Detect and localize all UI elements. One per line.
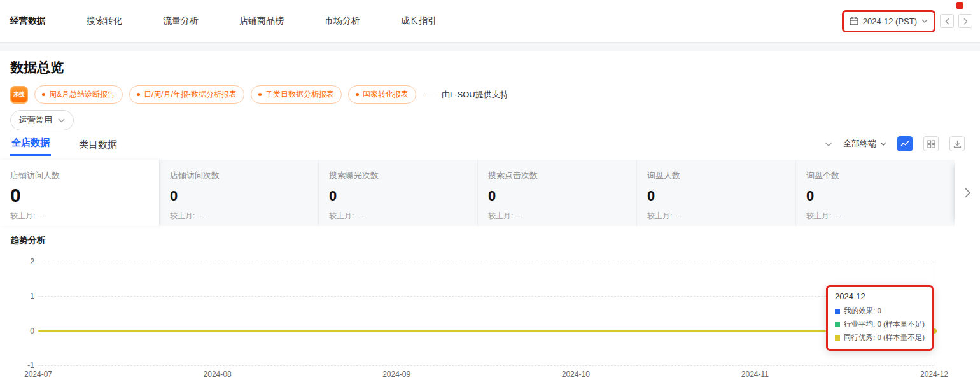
tooltip-item-text: 同行优秀: 0 (样本量不足) xyxy=(844,331,925,344)
metric-value: 0 xyxy=(10,185,149,206)
x-tick-label: 2024-11 xyxy=(741,370,769,379)
data-tabs-row: 全店数据 类目数据 全部终端 xyxy=(0,136,980,156)
metric-value: 0 xyxy=(647,188,785,204)
chart-tooltip: 2024-12 我的效果: 0 行业平均: 0 (样本量不足) 同行优秀: 0 … xyxy=(826,285,934,351)
corner-red-marker xyxy=(956,2,963,9)
nav-right-controls: 2024-12 (PST) xyxy=(842,10,974,32)
tooltip-item: 行业平均: 0 (样本量不足) xyxy=(835,318,925,331)
view-table-button[interactable] xyxy=(923,136,939,151)
tab-all-store-data[interactable]: 全店数据 xyxy=(10,137,51,156)
tooltip-item-text: 行业平均: 0 (样本量不足) xyxy=(844,318,925,331)
metric-compare: 较上月: -- xyxy=(10,211,149,222)
metric-compare: 较上月: -- xyxy=(488,211,626,222)
badge-dot-icon xyxy=(356,93,359,96)
top-nav: 经营数据 搜索转化 流量分析 店铺商品榜 市场分析 成长指引 2024-12 (… xyxy=(0,0,980,43)
terminal-dropdown[interactable]: 全部终端 xyxy=(843,138,886,150)
badge-dot-icon xyxy=(258,93,262,96)
page-title: 数据总览 xyxy=(10,59,980,76)
chevron-down-icon xyxy=(58,118,65,123)
metric-card-inquiry-people[interactable]: 询盘人数 0 较上月: -- xyxy=(636,160,795,226)
date-picker-value: 2024-12 (PST) xyxy=(863,17,917,26)
nav-tab-shop-product-rank[interactable]: 店铺商品榜 xyxy=(239,15,284,27)
metric-label: 询盘个数 xyxy=(806,170,944,181)
trend-section-title: 趋势分析 xyxy=(10,235,980,246)
preset-dropdown-value: 运营常用 xyxy=(19,115,52,126)
report-badge-label: 子类目数据分析报表 xyxy=(265,89,334,100)
cards-scroll-next-button[interactable] xyxy=(955,160,980,226)
metric-card-visits[interactable]: 店铺访问次数 0 较上月: -- xyxy=(159,160,318,226)
chevron-left-icon xyxy=(945,18,949,25)
nav-tab-operating-data[interactable]: 经营数据 xyxy=(10,15,46,27)
date-picker[interactable]: 2024-12 (PST) xyxy=(842,10,935,32)
metric-card-visitors[interactable]: 店铺访问人数 0 较上月: -- xyxy=(0,160,159,226)
badge-dot-icon xyxy=(42,93,45,96)
metric-card-search-clicks[interactable]: 搜索点击次数 0 较上月: -- xyxy=(477,160,636,226)
report-badge-label: 日/周/月/年报-数据分析报表 xyxy=(144,89,237,100)
gridline xyxy=(38,365,934,366)
metric-compare: 较上月: -- xyxy=(170,211,308,222)
report-badge-country[interactable]: 国家转化报表 xyxy=(348,85,416,104)
metric-compare: 较上月: -- xyxy=(806,211,944,222)
y-tick-label: -1 xyxy=(5,361,34,370)
metric-value: 0 xyxy=(170,188,308,204)
nav-tab-market-analysis[interactable]: 市场分析 xyxy=(325,15,360,27)
gridline xyxy=(38,262,934,262)
line-chart-icon xyxy=(900,139,909,148)
report-badge-weekly-monthly[interactable]: 周&月总结诊断报告 xyxy=(34,85,123,104)
chevron-right-icon xyxy=(965,188,970,198)
report-badge-subcategory[interactable]: 子类目数据分析报表 xyxy=(251,85,342,104)
download-button[interactable] xyxy=(949,136,965,151)
metric-label: 询盘人数 xyxy=(647,170,785,181)
tab-category-data[interactable]: 类目数据 xyxy=(78,139,118,156)
report-badge-label: 国家转化报表 xyxy=(363,89,409,100)
y-tick-label: 2 xyxy=(5,257,34,266)
x-tick-label: 2024-08 xyxy=(204,370,232,379)
tooltip-title: 2024-12 xyxy=(835,292,925,301)
x-tick-label: 2024-07 xyxy=(24,370,52,379)
gridline xyxy=(38,296,934,297)
support-text: ——由L-SOU提供支持 xyxy=(425,89,508,101)
data-tabs-right: 全部终端 xyxy=(825,136,965,156)
metric-label: 搜索曝光次数 xyxy=(329,170,467,181)
plot-area xyxy=(38,262,934,365)
metric-value: 0 xyxy=(806,188,944,204)
tooltip-item: 我的效果: 0 xyxy=(835,304,925,318)
metric-card-search-impressions[interactable]: 搜索曝光次数 0 较上月: -- xyxy=(318,160,477,226)
collapse-chevron-icon[interactable] xyxy=(825,142,832,146)
tooltip-item: 同行优秀: 0 (样本量不足) xyxy=(835,331,925,344)
x-tick-label: 2024-12 xyxy=(920,370,948,379)
metric-value: 0 xyxy=(488,188,626,204)
view-line-chart-button[interactable] xyxy=(897,136,913,151)
right-axis-line xyxy=(934,262,934,365)
metric-label: 店铺访问人数 xyxy=(10,170,149,181)
tooltip-item-text: 我的效果: 0 xyxy=(844,304,881,318)
series-color-swatch xyxy=(835,322,840,327)
metric-label: 搜索点击次数 xyxy=(488,170,626,181)
chevron-down-icon xyxy=(921,19,928,23)
report-badge-periodic[interactable]: 日/周/月/年报-数据分析报表 xyxy=(129,85,244,104)
report-badge-label: 周&月总结诊断报告 xyxy=(49,89,115,100)
trend-chart: 2 1 0 -1 2024-07 2024-08 2024-09 2024-10… xyxy=(0,254,980,387)
series-color-swatch xyxy=(835,335,840,341)
nav-tab-growth-guide[interactable]: 成长指引 xyxy=(401,15,437,27)
metric-cards-row: 店铺访问人数 0 较上月: -- 店铺访问次数 0 较上月: -- 搜索曝光次数… xyxy=(0,160,980,226)
nav-tab-search-conversion[interactable]: 搜索转化 xyxy=(87,15,122,27)
prev-period-button[interactable] xyxy=(940,14,954,28)
divider-strip xyxy=(0,43,980,51)
chevron-down-icon xyxy=(880,142,886,146)
series-color-swatch xyxy=(835,309,840,314)
preset-dropdown[interactable]: 运营常用 xyxy=(10,110,74,130)
next-period-button[interactable] xyxy=(958,14,972,28)
lsou-logo: 来搜 xyxy=(10,86,28,104)
chevron-right-icon xyxy=(963,18,968,25)
metric-card-inquiry-count[interactable]: 询盘个数 0 较上月: -- xyxy=(795,160,955,226)
metric-compare: 较上月: -- xyxy=(329,211,467,222)
table-grid-icon xyxy=(927,140,935,148)
series-line-zero xyxy=(38,330,934,332)
y-tick-label: 1 xyxy=(5,292,34,300)
metric-label: 店铺访问次数 xyxy=(170,170,308,181)
download-icon xyxy=(953,140,962,148)
y-tick-label: 0 xyxy=(5,327,34,335)
calendar-icon xyxy=(850,17,858,25)
nav-tab-traffic-analysis[interactable]: 流量分析 xyxy=(163,15,199,27)
